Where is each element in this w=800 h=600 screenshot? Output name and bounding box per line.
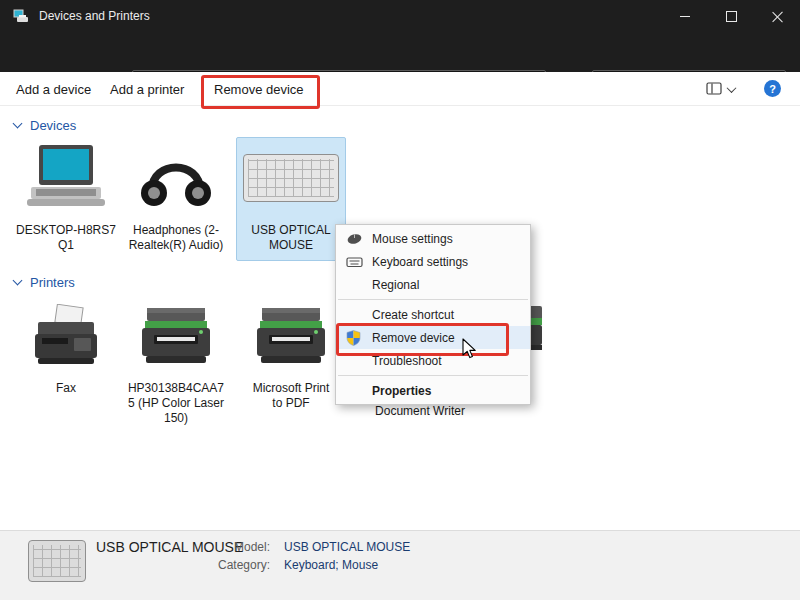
command-bar: Add a device Add a printer Remove device… <box>0 72 800 106</box>
menu-item-keyboard-settings[interactable]: Keyboard settings <box>336 250 530 273</box>
devices-group-header[interactable]: Devices <box>14 117 76 133</box>
window-controls <box>662 0 800 32</box>
mouse-cursor-icon <box>462 338 478 363</box>
printer-icon <box>237 296 345 376</box>
navigation-bar: ← → ↑ « Hardware and Sound › Devices and… <box>0 32 800 72</box>
device-tile-label: USB OPTICAL MOUSE <box>237 223 345 253</box>
change-view-button[interactable] <box>706 72 735 106</box>
minimize-icon <box>680 16 690 17</box>
keyboard-icon <box>237 138 345 218</box>
keyboard-thumbnail-icon <box>28 540 86 582</box>
model-label: Model: <box>200 540 270 554</box>
title-bar: Devices and Printers <box>0 0 800 32</box>
add-a-printer-button[interactable]: Add a printer <box>110 72 184 106</box>
model-value: USB OPTICAL MOUSE <box>284 540 410 554</box>
close-icon <box>772 11 783 22</box>
device-tile-usb-optical-mouse[interactable]: USB OPTICAL MOUSE <box>236 137 346 261</box>
add-a-device-button[interactable]: Add a device <box>16 72 91 106</box>
device-tile-label: Headphones (2- Realtek(R) Audio) <box>122 223 230 253</box>
app-icon <box>13 9 29 24</box>
help-button[interactable]: ? <box>764 80 781 97</box>
category-value: Keyboard; Mouse <box>284 558 378 572</box>
device-tile-label: DESKTOP-H8RS7 Q1 <box>12 223 120 253</box>
maximize-button[interactable] <box>708 0 754 32</box>
menu-item-mouse-settings[interactable]: Mouse settings <box>336 227 530 250</box>
help-icon: ? <box>769 83 776 95</box>
devices-and-printers-window: Devices and Printers ← → ↑ « Hardware an… <box>0 0 800 600</box>
printer-tile-label: HP30138B4CAA7 5 (HP Color Laser 150) <box>122 381 230 426</box>
window-title: Devices and Printers <box>39 9 150 23</box>
device-tile-headphones[interactable]: Headphones (2- Realtek(R) Audio) <box>122 138 230 253</box>
mouse-icon <box>346 232 363 246</box>
menu-item-properties[interactable]: Properties <box>336 379 530 402</box>
printer-tile-fax[interactable]: Fax <box>12 296 120 396</box>
collapse-chevron-icon <box>13 276 23 286</box>
menu-separator <box>338 375 528 376</box>
fax-icon <box>12 296 120 376</box>
keyboard-icon <box>346 255 363 268</box>
printer-tile-microsoft-print-to-pdf[interactable]: Microsoft Print to PDF <box>237 296 345 411</box>
collapse-chevron-icon <box>13 119 23 129</box>
device-tile-desktop[interactable]: DESKTOP-H8RS7 Q1 <box>12 138 120 253</box>
details-pane: USB OPTICAL MOUSE Model: USB OPTICAL MOU… <box>0 530 800 600</box>
chevron-down-icon <box>727 83 737 93</box>
printer-tile-label: Fax <box>12 381 120 396</box>
laptop-icon <box>12 138 120 218</box>
annotation-remove-device-toolbar <box>201 75 320 109</box>
menu-separator <box>338 299 528 300</box>
printer-tile-label: Microsoft Print to PDF <box>237 381 345 411</box>
printer-icon <box>122 296 230 376</box>
minimize-button[interactable] <box>662 0 708 32</box>
close-button[interactable] <box>754 0 800 32</box>
context-menu: Mouse settings Keyboard settings Regiona… <box>335 224 531 405</box>
view-layout-icon <box>706 82 723 96</box>
maximize-icon <box>726 11 737 22</box>
category-label: Category: <box>200 558 270 572</box>
menu-item-regional[interactable]: Regional <box>336 273 530 296</box>
annotation-remove-device-menu <box>336 323 509 356</box>
headphones-icon <box>122 138 230 218</box>
printers-group-header[interactable]: Printers <box>14 274 75 290</box>
printer-tile-hp-color-laser[interactable]: HP30138B4CAA7 5 (HP Color Laser 150) <box>122 296 230 426</box>
printer-tile-label: Document Writer <box>366 404 474 419</box>
